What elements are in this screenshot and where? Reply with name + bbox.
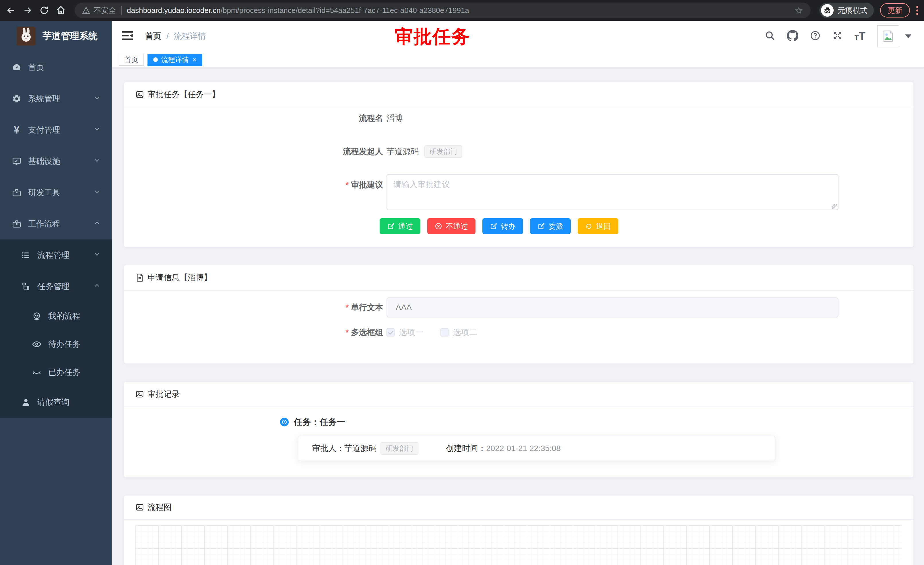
approval-records-card: 审批记录 任务：任务一 审批人： 芋道源码 研发部门 创建时间： xyxy=(123,381,914,478)
sidebar-item-system[interactable]: 系统管理 xyxy=(0,83,112,114)
initiator-value: 芋道源码 xyxy=(387,141,418,162)
bookmark-star-icon[interactable]: ☆ xyxy=(789,5,803,16)
tab-label: 流程详情 xyxy=(161,55,189,64)
single-text-input[interactable] xyxy=(387,298,838,317)
sidebar-item-label: 工作流程 xyxy=(28,218,60,229)
gear-icon xyxy=(12,93,22,104)
process-name-label: 流程名 xyxy=(124,107,387,129)
reject-button[interactable]: 不通过 xyxy=(427,218,476,234)
incognito-label: 无痕模式 xyxy=(838,6,867,15)
sidebar-item-todo-tasks[interactable]: 待办任务 xyxy=(0,330,112,358)
checkbox-group: 选项一 选项二 xyxy=(387,325,477,341)
chevron-down-icon xyxy=(93,125,101,135)
process-name-value: 滔博 xyxy=(387,107,403,129)
breadcrumb-current: 流程详情 xyxy=(174,31,206,42)
tree-icon xyxy=(21,281,31,292)
tab-process-detail[interactable]: 流程详情 × xyxy=(147,54,202,66)
record-item: 审批人： 芋道源码 研发部门 创建时间： 2022-01-21 22:35:08 xyxy=(298,436,776,461)
refresh-icon xyxy=(585,222,592,230)
sidebar-item-label: 请假查询 xyxy=(37,397,69,408)
approval-records-card-header: 审批记录 xyxy=(124,382,914,407)
card-title: 审批任务【任务一】 xyxy=(147,89,220,100)
return-button[interactable]: 退回 xyxy=(578,218,618,234)
user-avatar[interactable] xyxy=(877,25,911,47)
sidebar-item-label: 待办任务 xyxy=(48,339,80,350)
sidebar-item-workflow[interactable]: 工作流程 xyxy=(0,208,112,239)
sidebar-logo-row[interactable]: 芋道管理系统 xyxy=(0,21,112,52)
button-label: 委派 xyxy=(548,221,563,231)
initiator-label: 流程发起人 xyxy=(124,141,387,162)
sidebar-item-leave-query[interactable]: 请假查询 xyxy=(0,386,112,418)
list-icon xyxy=(21,250,31,260)
browser-reload-icon[interactable] xyxy=(39,5,50,15)
sidebar-item-home[interactable]: 首页 xyxy=(0,52,112,83)
checkbox-option-2[interactable]: 选项二 xyxy=(441,325,477,341)
toolbox-icon xyxy=(12,188,22,198)
picture-icon xyxy=(135,90,144,99)
user-icon xyxy=(21,397,31,407)
browser-update-button[interactable]: 更新 xyxy=(880,3,910,18)
breadcrumb-home[interactable]: 首页 xyxy=(145,31,161,42)
not-secure-warning-icon xyxy=(82,6,90,14)
robot-icon xyxy=(32,311,42,321)
sidebar-item-label: 研发工具 xyxy=(28,187,60,198)
transfer-button[interactable]: 转办 xyxy=(482,218,523,234)
browser-chrome: 不安全 dashboard.yudao.iocoder.cn/bpm/proce… xyxy=(0,0,924,21)
approval-actions: 通过 不通过 转办 委派 xyxy=(380,218,914,234)
sidebar-item-label: 基础设施 xyxy=(28,156,60,167)
browser-home-icon[interactable] xyxy=(56,5,66,15)
process-diagram-card-header: 流程图 xyxy=(124,496,914,520)
browser-back-icon[interactable] xyxy=(6,5,16,15)
caret-down-icon xyxy=(905,35,911,38)
briefcase-icon xyxy=(12,219,22,229)
sidebar-item-label: 流程管理 xyxy=(37,250,69,261)
chevron-down-icon xyxy=(93,250,101,260)
avatar-broken-image-icon xyxy=(877,25,899,47)
sidebar-item-label: 已办任务 xyxy=(48,367,80,378)
hamburger-icon[interactable] xyxy=(122,31,133,42)
edit-icon xyxy=(537,222,545,230)
browser-menu-icon[interactable] xyxy=(916,6,918,15)
breadcrumb: 首页 / 流程详情 xyxy=(145,31,206,42)
top-navbar: 首页 / 流程详情 审批任务 TT xyxy=(112,21,924,52)
delegate-button[interactable]: 委派 xyxy=(530,218,571,234)
url-separator xyxy=(121,6,122,15)
sidebar-item-my-process[interactable]: 我的流程 xyxy=(0,302,112,330)
font-size-icon[interactable]: TT xyxy=(855,31,866,42)
card-title: 申请信息【滔博】 xyxy=(147,272,212,283)
approval-task-card-header: 审批任务【任务一】 xyxy=(124,82,914,107)
sidebar-item-label: 系统管理 xyxy=(28,93,60,104)
checkbox-label: 选项一 xyxy=(399,325,423,341)
approve-button[interactable]: 通过 xyxy=(380,218,420,234)
security-label[interactable]: 不安全 xyxy=(93,6,116,15)
checkbox-option-1[interactable]: 选项一 xyxy=(387,325,423,341)
sidebar-item-devtools[interactable]: 研发工具 xyxy=(0,177,112,208)
suggestion-textarea[interactable] xyxy=(387,174,838,210)
sidebar-item-label: 支付管理 xyxy=(28,125,60,135)
tab-home[interactable]: 首页 xyxy=(119,54,144,66)
incognito-icon xyxy=(821,4,834,17)
approver-label: 审批人： xyxy=(312,443,344,454)
apply-info-card-header: 申请信息【滔博】 xyxy=(124,265,914,290)
bpmn-diagram-canvas[interactable] xyxy=(135,525,902,565)
app-title: 芋道管理系统 xyxy=(42,30,98,42)
sidebar-item-task-mgmt[interactable]: 任务管理 xyxy=(0,271,112,302)
browser-forward-icon[interactable] xyxy=(22,5,33,15)
sidebar: 芋道管理系统 首页 系统管理 ¥ 支付管理 基础设施 xyxy=(0,21,112,565)
sidebar-item-pay[interactable]: ¥ 支付管理 xyxy=(0,114,112,146)
page-content: 审批任务【任务一】 流程名 滔博 流程发起人 芋道源码 研发部门 xyxy=(112,68,924,565)
picture-icon xyxy=(135,503,144,512)
url-bar[interactable]: 不安全 dashboard.yudao.iocoder.cn/bpm/proce… xyxy=(75,3,811,18)
search-icon[interactable] xyxy=(765,30,776,42)
github-icon[interactable] xyxy=(787,30,798,42)
sidebar-item-infra[interactable]: 基础设施 xyxy=(0,146,112,177)
fullscreen-icon[interactable] xyxy=(832,30,843,42)
sidebar-item-done-tasks[interactable]: 已办任务 xyxy=(0,358,112,386)
sidebar-item-process-mgmt[interactable]: 流程管理 xyxy=(0,239,112,271)
timeline-task-title: 任务：任务一 xyxy=(294,416,345,428)
help-icon[interactable] xyxy=(810,30,821,42)
checkbox-label: 选项二 xyxy=(453,325,477,341)
monitor-icon xyxy=(12,156,22,167)
tab-close-icon[interactable]: × xyxy=(192,56,196,63)
eye-open-icon xyxy=(32,339,42,349)
